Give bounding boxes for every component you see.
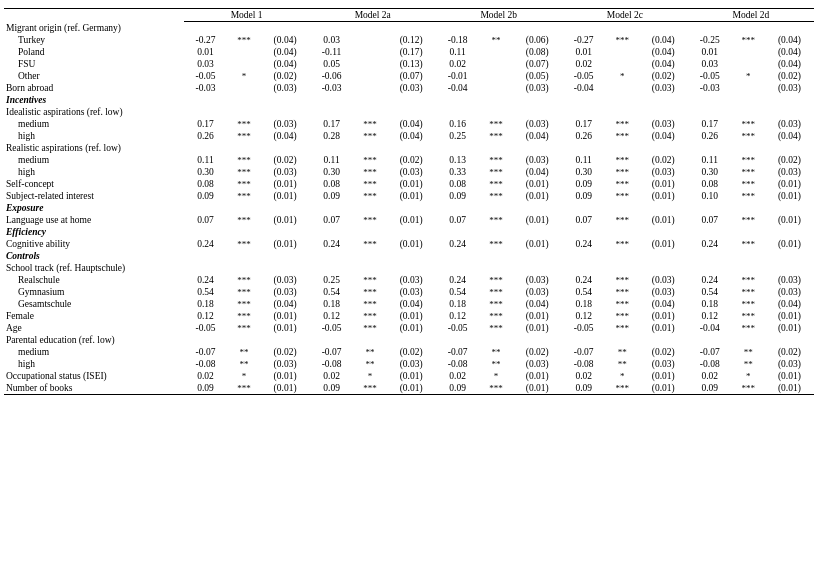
coef-value: 0.12 <box>184 310 228 322</box>
se-value: (0.01) <box>639 322 688 334</box>
coef-value: -0.07 <box>562 346 606 358</box>
section-label: Controls <box>4 250 814 262</box>
se-value: (0.01) <box>261 214 310 226</box>
coef-value: 0.01 <box>688 46 732 58</box>
coef-value: 0.02 <box>688 370 732 382</box>
coef-value: 0.03 <box>184 58 228 70</box>
coef-value: 0.26 <box>562 130 606 142</box>
sig-stars: *** <box>732 382 765 395</box>
se-value: (0.03) <box>387 166 436 178</box>
coef-value: 0.24 <box>310 238 354 250</box>
se-value: (0.03) <box>261 118 310 130</box>
coef-value: 0.07 <box>688 214 732 226</box>
row-label: Other <box>4 70 184 82</box>
se-value: (0.02) <box>261 346 310 358</box>
sig-stars: *** <box>732 298 765 310</box>
table-row: high0.30***(0.03)0.30***(0.03)0.33***(0.… <box>4 166 814 178</box>
se-value: (0.01) <box>639 370 688 382</box>
sig-stars: *** <box>732 322 765 334</box>
table-row: Poland0.01(0.04)-0.11(0.17)0.11(0.08)0.0… <box>4 46 814 58</box>
se-value: (0.12) <box>387 34 436 46</box>
se-value: (0.03) <box>639 82 688 94</box>
section-label: Incentives <box>4 94 814 106</box>
se-value: (0.04) <box>639 130 688 142</box>
coef-value: 0.30 <box>562 166 606 178</box>
table-row: Turkey-0.27***(0.04)0.03(0.12)-0.18**(0.… <box>4 34 814 46</box>
sig-stars: *** <box>227 178 260 190</box>
sig-stars: *** <box>606 154 639 166</box>
sig-stars: *** <box>732 274 765 286</box>
row-label: medium <box>4 118 184 130</box>
sig-stars: *** <box>606 118 639 130</box>
sig-stars <box>227 82 260 94</box>
coef-value: 0.07 <box>310 214 354 226</box>
table-row: Incentives <box>4 94 814 106</box>
coef-value: 0.18 <box>436 298 480 310</box>
sig-stars: ** <box>606 346 639 358</box>
row-label: Age <box>4 322 184 334</box>
row-label: high <box>4 166 184 178</box>
model-header-row: Model 1 Model 2a Model 2b Model 2c Model… <box>4 9 814 22</box>
row-label: Turkey <box>4 34 184 46</box>
sig-stars: *** <box>606 310 639 322</box>
table-row: Exposure <box>4 202 814 214</box>
sig-stars: *** <box>227 382 260 395</box>
coef-value: 0.12 <box>688 310 732 322</box>
coef-value: -0.05 <box>184 70 228 82</box>
se-value: (0.02) <box>639 346 688 358</box>
coef-value: -0.03 <box>688 82 732 94</box>
se-value: (0.03) <box>765 286 814 298</box>
coef-value: 0.02 <box>562 370 606 382</box>
coef-value: 0.30 <box>310 166 354 178</box>
se-value: (0.03) <box>387 82 436 94</box>
se-value: (0.13) <box>387 58 436 70</box>
se-value: (0.01) <box>513 238 562 250</box>
section-label: Efficiency <box>4 226 814 238</box>
se-value: (0.01) <box>639 214 688 226</box>
coef-value: 0.17 <box>688 118 732 130</box>
se-value: (0.01) <box>639 178 688 190</box>
model1-header: Model 1 <box>184 9 310 22</box>
sig-stars: *** <box>480 274 513 286</box>
coef-value: 0.12 <box>436 310 480 322</box>
coef-value: -0.04 <box>562 82 606 94</box>
coef-value: -0.05 <box>436 322 480 334</box>
coef-value: -0.03 <box>184 82 228 94</box>
se-value: (0.04) <box>261 298 310 310</box>
coef-value: 0.26 <box>184 130 228 142</box>
coef-value: -0.05 <box>688 70 732 82</box>
se-value: (0.01) <box>765 370 814 382</box>
se-value: (0.03) <box>513 286 562 298</box>
row-label: Self-concept <box>4 178 184 190</box>
sig-stars: *** <box>480 166 513 178</box>
se-value: (0.02) <box>765 70 814 82</box>
sig-stars: * <box>732 70 765 82</box>
coef-value: 0.03 <box>688 58 732 70</box>
se-value: (0.02) <box>261 70 310 82</box>
coef-value: 0.17 <box>562 118 606 130</box>
table-row: Other-0.05*(0.02)-0.06(0.07)-0.01(0.05)-… <box>4 70 814 82</box>
se-value: (0.01) <box>765 310 814 322</box>
se-value: (0.01) <box>765 238 814 250</box>
sig-stars: *** <box>353 322 386 334</box>
se-value: (0.01) <box>639 310 688 322</box>
coef-value: 0.54 <box>310 286 354 298</box>
se-value: (0.01) <box>513 382 562 395</box>
se-value: (0.01) <box>765 214 814 226</box>
se-value: (0.01) <box>387 238 436 250</box>
se-value: (0.03) <box>261 166 310 178</box>
coef-value: -0.06 <box>310 70 354 82</box>
coef-value: -0.08 <box>310 358 354 370</box>
coef-value: 0.24 <box>436 274 480 286</box>
table-row: Self-concept0.08***(0.01)0.08***(0.01)0.… <box>4 178 814 190</box>
sig-stars: ** <box>732 346 765 358</box>
sig-stars: *** <box>606 34 639 46</box>
coef-value: 0.05 <box>310 58 354 70</box>
coef-value: 0.30 <box>688 166 732 178</box>
coef-value: 0.33 <box>436 166 480 178</box>
sig-stars: *** <box>227 214 260 226</box>
se-value: (0.04) <box>765 58 814 70</box>
table-row: FSU0.03(0.04)0.05(0.13)0.02(0.07)0.02(0.… <box>4 58 814 70</box>
model2a-header: Model 2a <box>310 9 436 22</box>
se-value: (0.03) <box>513 82 562 94</box>
